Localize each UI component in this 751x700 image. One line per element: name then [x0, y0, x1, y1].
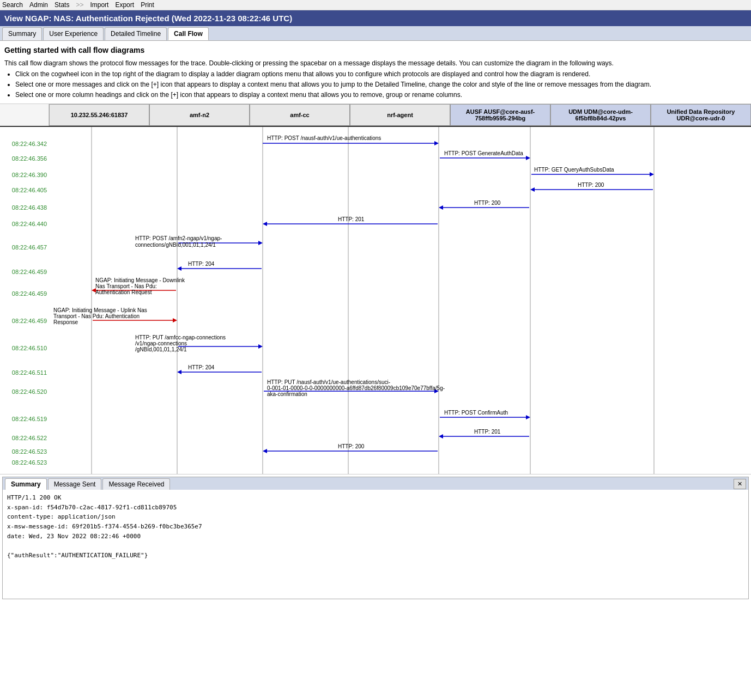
response-line-2: x-span-id: f54d7b70-c2ac-4817-92f1-cd811…: [7, 503, 744, 513]
msg-label-13b: 0-001-01-0000-0-0-0000000000-a6ffd87db26…: [267, 385, 445, 391]
msg-label-9a: NGAP: Initiating Message - Downlink: [95, 277, 185, 283]
time-7: 08:22:46.457: [12, 244, 47, 251]
col-header-client[interactable]: 10.232.55.246:61837: [49, 104, 149, 126]
msg-label-3: HTTP: GET QueryAuthSubsData: [534, 167, 614, 173]
time-3: 08:22:46.390: [12, 172, 47, 178]
msg-label-11c: /gNBId,001,01,1,24/1: [135, 346, 187, 352]
time-11: 08:22:46.510: [12, 345, 47, 351]
msg-label-9c: Authentication Request: [95, 289, 152, 295]
response-line-4: x-msw-message-id: 69f201b5-f374-4554-b26…: [7, 522, 744, 532]
col-header-udm[interactable]: UDM UDM@core-udm-6f5bf8b84d-42pvs: [550, 104, 651, 126]
arrowhead-7: [258, 241, 263, 245]
time-13: 08:22:46.520: [12, 388, 47, 395]
msg-label-10c: Response: [53, 319, 78, 325]
msg-label-7b: connections/gNBId,001,01,1,24/1: [135, 242, 216, 248]
response-body: {"authResult":"AUTHENTICATION_FAILURE"}: [7, 551, 744, 561]
msg-label-7a: HTTP: POST /amfn2-ngap/v1/ngap-: [135, 235, 222, 241]
info-bullet-3: Select one or more column headings and c…: [15, 90, 747, 100]
page-title: View NGAP: NAS: Authentication Rejected …: [0, 10, 751, 26]
time-4: 08:22:46.405: [12, 187, 47, 193]
call-flow-svg[interactable]: 08:22:46.342 08:22:46.356 08:22:46.390 0…: [0, 127, 741, 474]
info-panel: Getting started with call flow diagrams …: [0, 41, 751, 104]
nav-import[interactable]: Import: [90, 1, 108, 9]
response-line-5: date: Wed, 23 Nov 2022 08:22:46 +0000: [7, 532, 744, 541]
info-bullet-2: Select one or more messages and click on…: [15, 80, 747, 90]
arrowhead-1: [434, 141, 439, 145]
column-headers: 10.232.55.246:61837 amf-n2 amf-cc nrf-ag…: [0, 104, 751, 127]
info-bullets: Click on the cogwheel icon in the top ri…: [15, 69, 747, 101]
bottom-tab-message-sent[interactable]: Message Sent: [48, 478, 102, 490]
main-tab-bar: Summary User Experience Detailed Timelin…: [0, 26, 751, 41]
msg-label-16: HTTP: 200: [338, 443, 365, 449]
msg-label-10a: NGAP: Initiating Message - Uplink Nas: [53, 307, 147, 313]
col-header-time: [0, 104, 49, 126]
col-header-amf-cc[interactable]: amf-cc: [250, 104, 350, 126]
time-10: 08:22:46.459: [12, 318, 47, 324]
tab-summary[interactable]: Summary: [2, 27, 42, 40]
arrowhead-16: [263, 449, 267, 453]
msg-label-8: HTTP: 204: [188, 261, 215, 267]
info-heading: Getting started with call flow diagrams: [4, 44, 747, 56]
time-6: 08:22:46.440: [12, 221, 47, 227]
time-17: 08:22:46.523: [12, 459, 47, 466]
nav-admin[interactable]: Admin: [29, 1, 48, 9]
arrowhead-10: [173, 318, 177, 322]
nav-export[interactable]: Export: [115, 1, 134, 9]
time-2: 08:22:46.356: [12, 155, 47, 162]
tab-detailed-timeline[interactable]: Detailed Timeline: [105, 27, 167, 40]
tab-call-flow[interactable]: Call Flow: [168, 27, 209, 40]
bottom-panel: Summary Message Sent Message Received ✕ …: [2, 477, 749, 599]
msg-label-13a: HTTP: PUT /nausf-auth/v1/ue-authenticati…: [267, 379, 390, 385]
info-body: This call flow diagram shows the protoco…: [4, 58, 747, 69]
col-header-nrf-agent[interactable]: nrf-agent: [350, 104, 450, 126]
arrowhead-2: [526, 156, 530, 160]
msg-label-4: HTTP: 200: [578, 182, 604, 188]
arrowhead-11: [258, 344, 263, 349]
msg-label-1: HTTP: POST /nausf-auth/v1/ue-authenticat…: [267, 135, 381, 141]
arrowhead-14: [526, 415, 530, 419]
response-line-3: content-type: application/json: [7, 512, 744, 522]
top-navigation: Search Admin Stats >> Import Export Prin…: [0, 0, 751, 10]
nav-search[interactable]: Search: [2, 1, 23, 9]
arrowhead-12: [177, 370, 181, 374]
msg-label-5: HTTP: 200: [474, 200, 501, 206]
arrowhead-4: [530, 187, 535, 192]
col-header-udr[interactable]: Unified Data Repository UDR@core-udr-0: [651, 104, 751, 126]
msg-label-9b: Nas Transport - Nas Pdu:: [95, 283, 157, 289]
response-line-1: HTTP/1.1 200 OK: [7, 493, 744, 503]
msg-label-14: HTTP: POST ConfirmAuth: [444, 410, 508, 416]
msg-label-6: HTTP: 201: [338, 216, 365, 222]
col-header-amf-n2[interactable]: amf-n2: [149, 104, 250, 126]
arrowhead-3: [650, 172, 654, 176]
msg-label-2: HTTP: POST GenerateAuthData: [444, 150, 523, 156]
bottom-tab-summary[interactable]: Summary: [5, 478, 47, 490]
arrowhead-6: [263, 222, 267, 226]
col-header-ausf[interactable]: AUSF AUSF@core-ausf-758ffb9595-294bg: [450, 104, 550, 126]
msg-label-13c: aka-confirmation: [267, 391, 307, 397]
time-8: 08:22:46.459: [12, 269, 47, 275]
bottom-panel-tab-bar: Summary Message Sent Message Received ✕: [3, 477, 748, 490]
time-9: 08:22:46.459: [12, 290, 47, 297]
bottom-panel-close-button[interactable]: ✕: [734, 479, 746, 489]
info-bullet-1: Click on the cogwheel icon in the top ri…: [15, 69, 747, 80]
msg-label-12: HTTP: 204: [188, 364, 215, 370]
time-15: 08:22:46.522: [12, 435, 47, 441]
time-1: 08:22:46.342: [12, 141, 47, 147]
tab-user-experience[interactable]: User Experience: [43, 27, 104, 40]
nav-print[interactable]: Print: [141, 1, 154, 9]
nav-separator: >>: [76, 1, 83, 9]
time-5: 08:22:46.438: [12, 204, 47, 211]
diagram-area[interactable]: 10.232.55.246:61837 amf-n2 amf-cc nrf-ag…: [0, 104, 751, 474]
time-12: 08:22:46.511: [12, 369, 47, 376]
msg-label-11a: HTTP: PUT /amfcc-ngap-connections: [135, 334, 226, 340]
msg-label-11b: /v1/ngap-connections: [135, 340, 187, 346]
arrowhead-5: [439, 205, 443, 210]
bottom-tab-message-received[interactable]: Message Received: [102, 478, 170, 490]
bottom-panel-content: HTTP/1.1 200 OK x-span-id: f54d7b70-c2ac…: [3, 490, 748, 599]
diagram-svg-container[interactable]: 08:22:46.342 08:22:46.356 08:22:46.390 0…: [0, 127, 741, 474]
arrowhead-15: [439, 434, 443, 439]
time-14: 08:22:46.519: [12, 416, 47, 422]
nav-stats[interactable]: Stats: [54, 1, 69, 9]
msg-label-15: HTTP: 201: [474, 429, 501, 435]
time-16: 08:22:46.523: [12, 448, 47, 455]
